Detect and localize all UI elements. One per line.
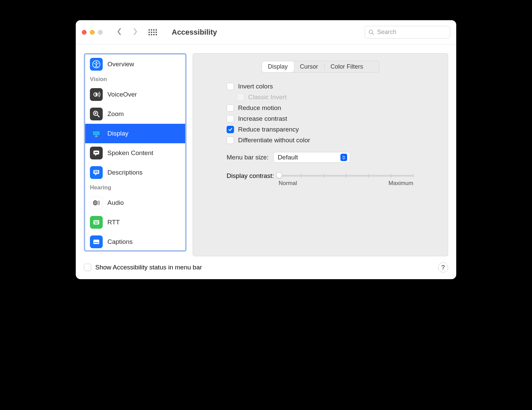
tab-color-filters[interactable]: Color Filters xyxy=(325,61,369,72)
svg-point-21 xyxy=(95,202,96,203)
forward-button[interactable] xyxy=(132,28,138,37)
minimize-window-button[interactable] xyxy=(90,30,95,35)
display-icon xyxy=(90,127,103,140)
sidebar-item-rtt[interactable]: RTT xyxy=(85,213,185,232)
sidebar-item-label: Captions xyxy=(107,238,133,246)
tab-bar: Display Cursor Color Filters xyxy=(262,61,379,73)
checkbox-icon xyxy=(237,94,244,101)
preferences-window: Accessibility Search Overview Vision Voi… xyxy=(76,20,456,279)
close-window-button[interactable] xyxy=(82,30,87,35)
sidebar-item-label: Overview xyxy=(107,61,134,68)
checkbox-icon xyxy=(227,104,234,112)
checkbox-icon xyxy=(227,126,234,133)
content-panel: Display Cursor Color Filters Invert colo… xyxy=(193,53,448,256)
sidebar-item-label: Zoom xyxy=(107,110,124,118)
search-placeholder: Search xyxy=(377,29,396,36)
svg-rect-28 xyxy=(95,222,96,223)
grid-icon xyxy=(148,29,157,35)
menu-bar-size-select[interactable]: Default xyxy=(273,152,350,163)
audio-icon xyxy=(90,196,103,209)
classic-invert-checkbox: Classic Invert xyxy=(237,94,434,101)
svg-rect-10 xyxy=(93,131,100,136)
sidebar-item-voiceover[interactable]: VoiceOver xyxy=(85,85,185,104)
tab-cursor[interactable]: Cursor xyxy=(294,61,324,72)
svg-rect-12 xyxy=(95,137,98,137)
descriptions-icon: 99 xyxy=(90,166,103,179)
svg-rect-26 xyxy=(97,221,98,222)
svg-text:99: 99 xyxy=(94,170,98,174)
chevron-updown-icon xyxy=(340,154,347,161)
reduce-transparency-checkbox[interactable]: Reduce transparency xyxy=(227,126,434,133)
menu-bar-size-label: Menu bar size: xyxy=(227,154,269,161)
slider-min-label: Normal xyxy=(278,180,297,187)
differentiate-checkbox[interactable]: Differentiate without color xyxy=(227,137,434,144)
svg-rect-29 xyxy=(96,222,97,223)
zoom-icon xyxy=(90,108,103,120)
help-icon: ? xyxy=(441,264,445,271)
reduce-motion-checkbox[interactable]: Reduce motion xyxy=(227,104,434,112)
checkbox-icon xyxy=(227,83,234,90)
svg-rect-30 xyxy=(97,222,98,223)
svg-rect-25 xyxy=(96,221,97,222)
checkbox-label: Differentiate without color xyxy=(238,137,310,144)
increase-contrast-checkbox[interactable]: Increase contrast xyxy=(227,115,434,122)
slider-knob[interactable] xyxy=(276,172,282,178)
footer: Show Accessibility status in menu bar ? xyxy=(76,260,456,279)
checkbox-label: Classic Invert xyxy=(248,94,287,101)
svg-rect-27 xyxy=(94,222,95,223)
svg-rect-31 xyxy=(95,223,98,224)
back-button[interactable] xyxy=(116,28,122,37)
sidebar-item-zoom[interactable]: Zoom xyxy=(85,104,185,124)
checkbox-icon xyxy=(227,137,234,144)
search-icon xyxy=(368,29,374,35)
sidebar[interactable]: Overview Vision VoiceOver Zoom Display xyxy=(84,53,187,252)
help-button[interactable]: ? xyxy=(438,262,448,272)
show-status-label: Show Accessibility status in menu bar xyxy=(95,264,202,271)
sidebar-item-descriptions[interactable]: 99 Descriptions xyxy=(85,163,185,182)
svg-point-15 xyxy=(96,152,97,153)
svg-rect-24 xyxy=(95,221,96,222)
invert-colors-checkbox[interactable]: Invert colors xyxy=(227,83,434,90)
display-contrast-slider[interactable] xyxy=(278,175,413,177)
window-controls xyxy=(82,30,103,35)
sidebar-item-label: Audio xyxy=(107,199,124,207)
search-input[interactable]: Search xyxy=(365,26,450,39)
slider-max-label: Maximum xyxy=(389,180,413,187)
show-status-checkbox[interactable] xyxy=(84,264,91,271)
sidebar-item-audio[interactable]: Audio xyxy=(85,193,185,213)
sidebar-item-label: Display xyxy=(107,130,128,137)
checkbox-icon xyxy=(227,115,234,122)
spoken-content-icon xyxy=(90,147,103,159)
nav-controls xyxy=(116,28,157,37)
svg-rect-33 xyxy=(94,242,96,243)
checkbox-label: Invert colors xyxy=(238,83,273,90)
svg-rect-32 xyxy=(93,240,99,244)
svg-point-14 xyxy=(95,152,96,153)
sidebar-item-captions[interactable]: Captions xyxy=(85,232,185,252)
sidebar-item-display[interactable]: Display xyxy=(85,124,185,143)
checkbox-label: Reduce motion xyxy=(238,104,281,112)
svg-point-16 xyxy=(97,152,98,153)
sidebar-group-hearing: Hearing xyxy=(85,182,185,193)
rtt-icon xyxy=(90,216,103,229)
sidebar-item-label: Spoken Content xyxy=(107,149,153,157)
accessibility-icon xyxy=(90,58,103,71)
svg-rect-23 xyxy=(94,221,95,222)
sidebar-item-overview[interactable]: Overview xyxy=(85,54,185,74)
checkbox-label: Reduce transparency xyxy=(238,126,299,133)
checkbox-label: Increase contrast xyxy=(238,115,287,122)
show-all-button[interactable] xyxy=(148,29,157,35)
captions-icon xyxy=(90,235,103,248)
select-value: Default xyxy=(278,154,298,161)
sidebar-item-label: RTT xyxy=(107,219,120,226)
titlebar: Accessibility Search xyxy=(76,20,456,44)
sidebar-group-vision: Vision xyxy=(85,74,185,85)
svg-line-6 xyxy=(97,115,99,117)
zoom-window-button[interactable] xyxy=(98,30,103,35)
sidebar-item-spoken-content[interactable]: Spoken Content xyxy=(85,143,185,163)
page-title: Accessibility xyxy=(172,28,217,37)
svg-line-1 xyxy=(372,33,374,35)
svg-point-3 xyxy=(96,62,97,63)
display-contrast-label: Display contrast: xyxy=(227,172,274,180)
tab-display[interactable]: Display xyxy=(262,61,294,72)
